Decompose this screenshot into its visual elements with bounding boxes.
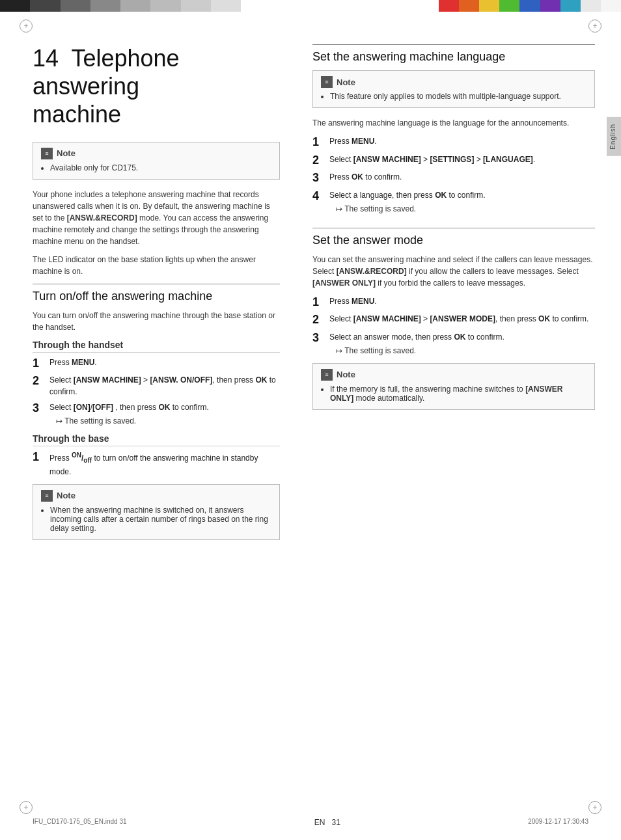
- turn-on-off-body: You can turn on/off the answering machin…: [33, 310, 280, 333]
- answer-mode-step-num-3: 3: [312, 331, 324, 357]
- handset-step-num-2: 2: [33, 374, 44, 398]
- color-block-4: [90, 0, 120, 12]
- language-note-box: ≡ Note This feature only applies to mode…: [312, 70, 595, 108]
- top-bar-right: [439, 0, 621, 12]
- handset-step-num-3: 3: [33, 401, 44, 427]
- language-note-label: Note: [337, 77, 355, 87]
- base-step-1: 1 Press ON/off to turn on/off the answer…: [33, 450, 280, 477]
- set-language-heading: Set the answering machine language: [312, 50, 595, 64]
- color-block-r1: [439, 0, 459, 12]
- footer-left: IFU_CD170-175_05_EN.indd 31: [33, 818, 127, 827]
- answer-mode-step-3-result: The setting is saved.: [329, 345, 595, 357]
- language-step-2: 2 Select [ANSW MACHINE] > [SETTINGS] > […: [312, 154, 595, 168]
- set-answer-mode-section: Set the answer mode: [312, 228, 595, 247]
- handset-steps: 1 Press MENU. 2 Select [ANSW MACHINE] > …: [33, 357, 280, 427]
- left-note-list: Available only for CD175.: [41, 163, 271, 172]
- language-note-item-1: This feature only applies to models with…: [330, 92, 586, 101]
- left-note-label: Note: [57, 148, 76, 158]
- answer-mode-step-3: 3 Select an answer mode, then press OK t…: [312, 331, 595, 357]
- handset-step-content-3: Select [ON]/[OFF] , then press OK to con…: [49, 401, 280, 427]
- color-block-2: [30, 0, 60, 12]
- left-note-header: ≡ Note: [41, 148, 271, 159]
- color-block-r6: [540, 0, 560, 12]
- through-base-heading: Through the base: [33, 433, 280, 446]
- answer-mode-steps: 1 Press MENU. 2 Select [ANSW MACHINE] > …: [312, 295, 595, 357]
- turn-on-off-section: Turn on/off the answering machine: [33, 284, 280, 303]
- color-block-r3: [479, 0, 499, 12]
- color-block-5: [120, 0, 150, 12]
- reg-mark-bl: [20, 801, 33, 814]
- color-block-1: [0, 0, 30, 12]
- left-note-box: ≡ Note Available only for CD175.: [33, 142, 280, 180]
- intro-text: Your phone includes a telephone answerin…: [33, 189, 280, 247]
- answer-mode-note-icon: ≡: [321, 369, 333, 381]
- handset-step-2: 2 Select [ANSW MACHINE] > [ANSW. ON/OFF]…: [33, 374, 280, 398]
- answer-mode-step-content-2: Select [ANSW MACHINE] > [ANSWER MODE], t…: [329, 313, 595, 327]
- color-block-r5: [519, 0, 540, 12]
- footer: IFU_CD170-175_05_EN.indd 31 EN 31 2009-1…: [0, 818, 621, 827]
- top-bar-left: [0, 0, 241, 12]
- language-note-header: ≡ Note: [321, 76, 586, 88]
- answer-mode-step-content-3: Select an answer mode, then press OK to …: [329, 331, 595, 357]
- turn-on-off-heading: Turn on/off the answering machine: [33, 290, 280, 303]
- right-column: Set the answering machine language ≡ Not…: [299, 44, 595, 549]
- answer-mode-note-list: If the memory is full, the answering mac…: [321, 385, 586, 403]
- color-block-7: [181, 0, 211, 12]
- language-step-num-2: 2: [312, 154, 324, 168]
- color-block-r4: [499, 0, 519, 12]
- set-answer-mode-heading: Set the answer mode: [312, 234, 595, 247]
- language-step-content-3: Press OK to confirm.: [329, 171, 595, 185]
- answer-mode-step-content-1: Press MENU.: [329, 295, 595, 310]
- base-note-header: ≡ Note: [41, 490, 271, 502]
- chapter-heading: 14 Telephoneansweringmachine: [33, 44, 280, 129]
- language-side-tab: English: [607, 117, 621, 156]
- base-note-label: Note: [57, 491, 76, 500]
- reg-mark-br: [588, 801, 601, 814]
- led-text: The LED indicator on the base station li…: [33, 254, 280, 277]
- answer-mode-step-1: 1 Press MENU.: [312, 295, 595, 310]
- language-step-4: 4 Select a language, then press OK to co…: [312, 189, 595, 215]
- answer-mode-note-item-1: If the memory is full, the answering mac…: [330, 385, 586, 403]
- handset-step-3: 3 Select [ON]/[OFF] , then press OK to c…: [33, 401, 280, 427]
- language-note-icon: ≡: [321, 76, 333, 88]
- answer-mode-body: You can set the answering machine and se…: [312, 254, 595, 289]
- language-step-num-4: 4: [312, 189, 324, 215]
- answer-mode-note-label: Note: [337, 370, 355, 379]
- chapter-number: 14: [33, 45, 59, 72]
- through-handset-heading: Through the handset: [33, 340, 280, 353]
- language-step-1: 1 Press MENU.: [312, 135, 595, 150]
- language-step-3: 3 Press OK to confirm.: [312, 171, 595, 185]
- reg-mark-tr: [588, 20, 601, 33]
- color-block-r2: [459, 0, 479, 12]
- color-block-8: [211, 0, 241, 12]
- page-content: 14 Telephoneansweringmachine ≡ Note Avai…: [0, 12, 621, 575]
- left-column: 14 Telephoneansweringmachine ≡ Note Avai…: [33, 44, 280, 549]
- handset-step-num-1: 1: [33, 357, 44, 371]
- base-step-num-1: 1: [33, 450, 44, 477]
- handset-step-1: 1 Press MENU.: [33, 357, 280, 371]
- footer-center: EN 31: [314, 818, 340, 827]
- base-step-content-1: Press ON/off to turn on/off the answerin…: [49, 450, 280, 477]
- top-bar: [0, 0, 621, 12]
- note-icon: ≡: [41, 148, 53, 159]
- base-steps: 1 Press ON/off to turn on/off the answer…: [33, 450, 280, 477]
- handset-step-content-1: Press MENU.: [49, 357, 280, 371]
- reg-mark-tl: [20, 20, 33, 33]
- color-block-r8: [581, 0, 601, 12]
- set-language-section: Set the answering machine language: [312, 44, 595, 64]
- language-note-list: This feature only applies to models with…: [321, 92, 586, 101]
- language-step-num-1: 1: [312, 135, 324, 150]
- language-step-content-1: Press MENU.: [329, 135, 595, 150]
- color-block-r9: [601, 0, 621, 12]
- base-note-icon: ≡: [41, 490, 53, 502]
- language-step-content-4: Select a language, then press OK to conf…: [329, 189, 595, 215]
- language-body: The answering machine language is the la…: [312, 117, 595, 129]
- color-block-r7: [560, 0, 581, 12]
- footer-right: 2009-12-17 17:30:43: [528, 818, 588, 827]
- language-step-content-2: Select [ANSW MACHINE] > [SETTINGS] > [LA…: [329, 154, 595, 168]
- base-note-list: When the answering machine is switched o…: [41, 506, 271, 533]
- handset-step-content-2: Select [ANSW MACHINE] > [ANSW. ON/OFF], …: [49, 374, 280, 398]
- base-note-box: ≡ Note When the answering machine is swi…: [33, 484, 280, 540]
- left-note-item-1: Available only for CD175.: [50, 163, 271, 172]
- handset-step-3-result: The setting is saved.: [49, 415, 280, 427]
